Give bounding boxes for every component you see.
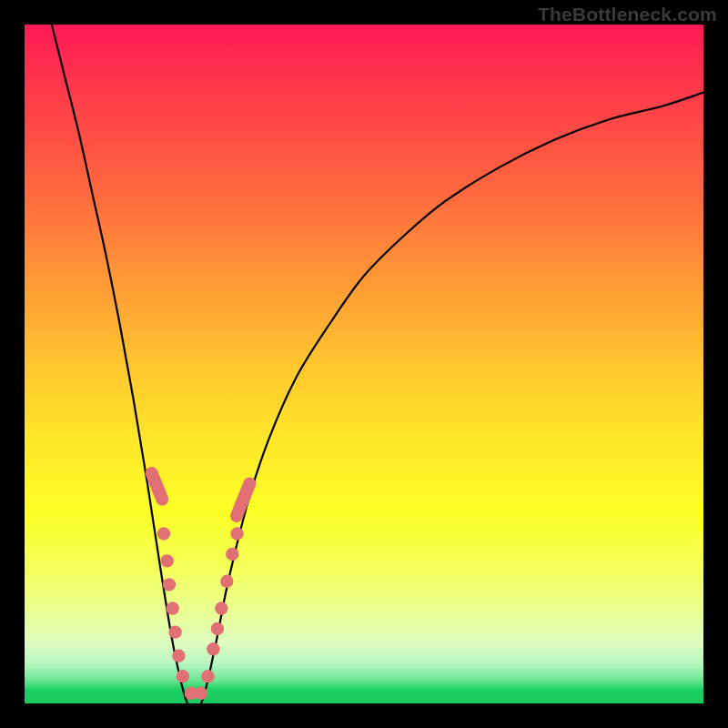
bottleneck-curve xyxy=(52,25,703,703)
data-marker xyxy=(201,670,214,682)
bottleneck-curve-svg xyxy=(25,25,703,703)
data-marker xyxy=(220,575,233,588)
data-marker xyxy=(157,527,170,540)
plot-area xyxy=(25,25,703,703)
data-marker xyxy=(230,527,243,540)
data-marker xyxy=(166,602,178,614)
data-marker xyxy=(226,548,238,561)
data-marker xyxy=(160,554,173,567)
data-marker xyxy=(195,687,207,700)
data-marker xyxy=(177,670,189,682)
watermark-text: TheBottleneck.com xyxy=(538,4,717,25)
data-marker xyxy=(211,622,224,635)
data-marker xyxy=(207,642,219,655)
markers-left-branch xyxy=(144,465,197,700)
chart-frame: TheBottleneck.com xyxy=(0,0,728,728)
markers-right-branch xyxy=(195,475,258,700)
data-marker xyxy=(168,625,181,638)
data-marker xyxy=(172,650,185,662)
data-marker xyxy=(163,578,176,591)
data-marker xyxy=(215,602,228,614)
